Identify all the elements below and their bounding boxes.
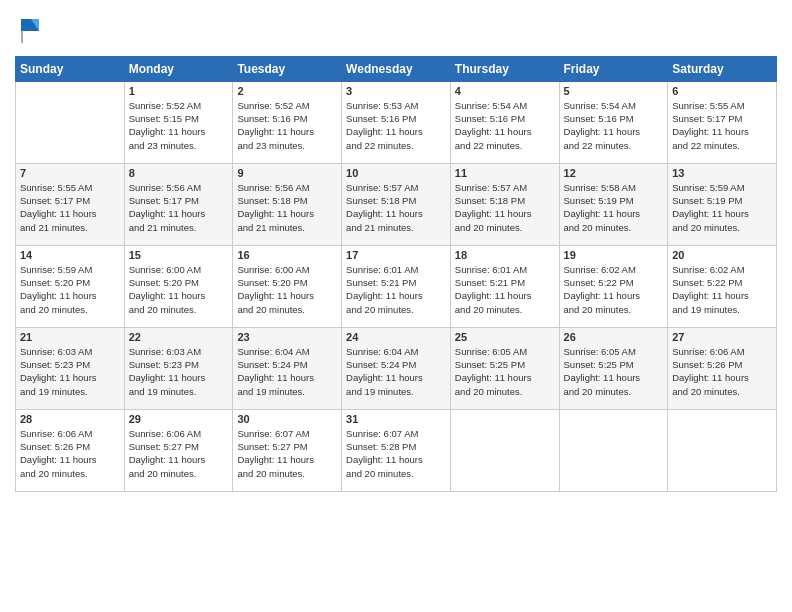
- calendar-cell: 20Sunrise: 6:02 AM Sunset: 5:22 PM Dayli…: [668, 245, 777, 327]
- calendar-cell: 25Sunrise: 6:05 AM Sunset: 5:25 PM Dayli…: [450, 327, 559, 409]
- header-row: SundayMondayTuesdayWednesdayThursdayFrid…: [16, 56, 777, 81]
- calendar-cell: 13Sunrise: 5:59 AM Sunset: 5:19 PM Dayli…: [668, 163, 777, 245]
- day-number: 16: [237, 249, 337, 261]
- day-info: Sunrise: 5:56 AM Sunset: 5:18 PM Dayligh…: [237, 181, 337, 234]
- day-number: 13: [672, 167, 772, 179]
- calendar-cell: 23Sunrise: 6:04 AM Sunset: 5:24 PM Dayli…: [233, 327, 342, 409]
- week-row-1: 1Sunrise: 5:52 AM Sunset: 5:15 PM Daylig…: [16, 81, 777, 163]
- day-number: 15: [129, 249, 229, 261]
- day-number: 11: [455, 167, 555, 179]
- calendar-cell: 10Sunrise: 5:57 AM Sunset: 5:18 PM Dayli…: [342, 163, 451, 245]
- calendar-cell: 1Sunrise: 5:52 AM Sunset: 5:15 PM Daylig…: [124, 81, 233, 163]
- day-info: Sunrise: 5:59 AM Sunset: 5:20 PM Dayligh…: [20, 263, 120, 316]
- day-number: 5: [564, 85, 664, 97]
- day-info: Sunrise: 6:00 AM Sunset: 5:20 PM Dayligh…: [237, 263, 337, 316]
- calendar-cell: 21Sunrise: 6:03 AM Sunset: 5:23 PM Dayli…: [16, 327, 125, 409]
- day-number: 8: [129, 167, 229, 179]
- day-info: Sunrise: 6:03 AM Sunset: 5:23 PM Dayligh…: [129, 345, 229, 398]
- calendar-cell: 2Sunrise: 5:52 AM Sunset: 5:16 PM Daylig…: [233, 81, 342, 163]
- day-info: Sunrise: 5:57 AM Sunset: 5:18 PM Dayligh…: [346, 181, 446, 234]
- header-cell-saturday: Saturday: [668, 56, 777, 81]
- day-number: 27: [672, 331, 772, 343]
- calendar-cell: 24Sunrise: 6:04 AM Sunset: 5:24 PM Dayli…: [342, 327, 451, 409]
- day-info: Sunrise: 5:58 AM Sunset: 5:19 PM Dayligh…: [564, 181, 664, 234]
- day-info: Sunrise: 5:57 AM Sunset: 5:18 PM Dayligh…: [455, 181, 555, 234]
- day-number: 10: [346, 167, 446, 179]
- day-info: Sunrise: 5:59 AM Sunset: 5:19 PM Dayligh…: [672, 181, 772, 234]
- header-cell-thursday: Thursday: [450, 56, 559, 81]
- day-number: 14: [20, 249, 120, 261]
- calendar-header: SundayMondayTuesdayWednesdayThursdayFrid…: [16, 56, 777, 81]
- calendar-cell: 8Sunrise: 5:56 AM Sunset: 5:17 PM Daylig…: [124, 163, 233, 245]
- day-number: 17: [346, 249, 446, 261]
- day-number: 25: [455, 331, 555, 343]
- day-number: 28: [20, 413, 120, 425]
- calendar-cell: 11Sunrise: 5:57 AM Sunset: 5:18 PM Dayli…: [450, 163, 559, 245]
- day-number: 23: [237, 331, 337, 343]
- calendar-cell: 3Sunrise: 5:53 AM Sunset: 5:16 PM Daylig…: [342, 81, 451, 163]
- calendar-cell: 22Sunrise: 6:03 AM Sunset: 5:23 PM Dayli…: [124, 327, 233, 409]
- day-info: Sunrise: 5:56 AM Sunset: 5:17 PM Dayligh…: [129, 181, 229, 234]
- calendar-cell: 7Sunrise: 5:55 AM Sunset: 5:17 PM Daylig…: [16, 163, 125, 245]
- calendar-cell: 26Sunrise: 6:05 AM Sunset: 5:25 PM Dayli…: [559, 327, 668, 409]
- day-info: Sunrise: 5:54 AM Sunset: 5:16 PM Dayligh…: [455, 99, 555, 152]
- header-cell-wednesday: Wednesday: [342, 56, 451, 81]
- calendar-cell: [16, 81, 125, 163]
- calendar-cell: 28Sunrise: 6:06 AM Sunset: 5:26 PM Dayli…: [16, 409, 125, 491]
- day-info: Sunrise: 6:03 AM Sunset: 5:23 PM Dayligh…: [20, 345, 120, 398]
- day-info: Sunrise: 6:04 AM Sunset: 5:24 PM Dayligh…: [346, 345, 446, 398]
- calendar-cell: 27Sunrise: 6:06 AM Sunset: 5:26 PM Dayli…: [668, 327, 777, 409]
- day-info: Sunrise: 6:01 AM Sunset: 5:21 PM Dayligh…: [346, 263, 446, 316]
- calendar-cell: [450, 409, 559, 491]
- day-number: 18: [455, 249, 555, 261]
- week-row-4: 21Sunrise: 6:03 AM Sunset: 5:23 PM Dayli…: [16, 327, 777, 409]
- day-number: 1: [129, 85, 229, 97]
- day-info: Sunrise: 5:53 AM Sunset: 5:16 PM Dayligh…: [346, 99, 446, 152]
- day-info: Sunrise: 6:04 AM Sunset: 5:24 PM Dayligh…: [237, 345, 337, 398]
- day-number: 9: [237, 167, 337, 179]
- day-info: Sunrise: 6:00 AM Sunset: 5:20 PM Dayligh…: [129, 263, 229, 316]
- week-row-3: 14Sunrise: 5:59 AM Sunset: 5:20 PM Dayli…: [16, 245, 777, 327]
- day-info: Sunrise: 5:52 AM Sunset: 5:15 PM Dayligh…: [129, 99, 229, 152]
- day-info: Sunrise: 6:06 AM Sunset: 5:26 PM Dayligh…: [20, 427, 120, 480]
- day-info: Sunrise: 6:07 AM Sunset: 5:27 PM Dayligh…: [237, 427, 337, 480]
- day-info: Sunrise: 5:55 AM Sunset: 5:17 PM Dayligh…: [672, 99, 772, 152]
- day-number: 21: [20, 331, 120, 343]
- day-info: Sunrise: 5:54 AM Sunset: 5:16 PM Dayligh…: [564, 99, 664, 152]
- day-number: 12: [564, 167, 664, 179]
- day-number: 6: [672, 85, 772, 97]
- day-number: 20: [672, 249, 772, 261]
- day-number: 7: [20, 167, 120, 179]
- calendar-cell: [668, 409, 777, 491]
- header-cell-tuesday: Tuesday: [233, 56, 342, 81]
- week-row-2: 7Sunrise: 5:55 AM Sunset: 5:17 PM Daylig…: [16, 163, 777, 245]
- calendar-cell: [559, 409, 668, 491]
- day-info: Sunrise: 6:06 AM Sunset: 5:26 PM Dayligh…: [672, 345, 772, 398]
- day-info: Sunrise: 5:52 AM Sunset: 5:16 PM Dayligh…: [237, 99, 337, 152]
- header-cell-monday: Monday: [124, 56, 233, 81]
- calendar-cell: 4Sunrise: 5:54 AM Sunset: 5:16 PM Daylig…: [450, 81, 559, 163]
- day-info: Sunrise: 6:05 AM Sunset: 5:25 PM Dayligh…: [455, 345, 555, 398]
- calendar-cell: 15Sunrise: 6:00 AM Sunset: 5:20 PM Dayli…: [124, 245, 233, 327]
- header: [15, 10, 777, 48]
- day-number: 29: [129, 413, 229, 425]
- calendar-cell: 18Sunrise: 6:01 AM Sunset: 5:21 PM Dayli…: [450, 245, 559, 327]
- calendar-cell: 6Sunrise: 5:55 AM Sunset: 5:17 PM Daylig…: [668, 81, 777, 163]
- day-info: Sunrise: 6:02 AM Sunset: 5:22 PM Dayligh…: [672, 263, 772, 316]
- day-info: Sunrise: 6:02 AM Sunset: 5:22 PM Dayligh…: [564, 263, 664, 316]
- day-number: 31: [346, 413, 446, 425]
- calendar-cell: 29Sunrise: 6:06 AM Sunset: 5:27 PM Dayli…: [124, 409, 233, 491]
- header-cell-friday: Friday: [559, 56, 668, 81]
- day-number: 30: [237, 413, 337, 425]
- header-cell-sunday: Sunday: [16, 56, 125, 81]
- logo-flag-icon: [17, 15, 45, 43]
- calendar-cell: 12Sunrise: 5:58 AM Sunset: 5:19 PM Dayli…: [559, 163, 668, 245]
- calendar-cell: 5Sunrise: 5:54 AM Sunset: 5:16 PM Daylig…: [559, 81, 668, 163]
- week-row-5: 28Sunrise: 6:06 AM Sunset: 5:26 PM Dayli…: [16, 409, 777, 491]
- day-info: Sunrise: 6:01 AM Sunset: 5:21 PM Dayligh…: [455, 263, 555, 316]
- day-number: 3: [346, 85, 446, 97]
- calendar-cell: 31Sunrise: 6:07 AM Sunset: 5:28 PM Dayli…: [342, 409, 451, 491]
- svg-rect-2: [21, 31, 23, 43]
- calendar-body: 1Sunrise: 5:52 AM Sunset: 5:15 PM Daylig…: [16, 81, 777, 491]
- day-number: 4: [455, 85, 555, 97]
